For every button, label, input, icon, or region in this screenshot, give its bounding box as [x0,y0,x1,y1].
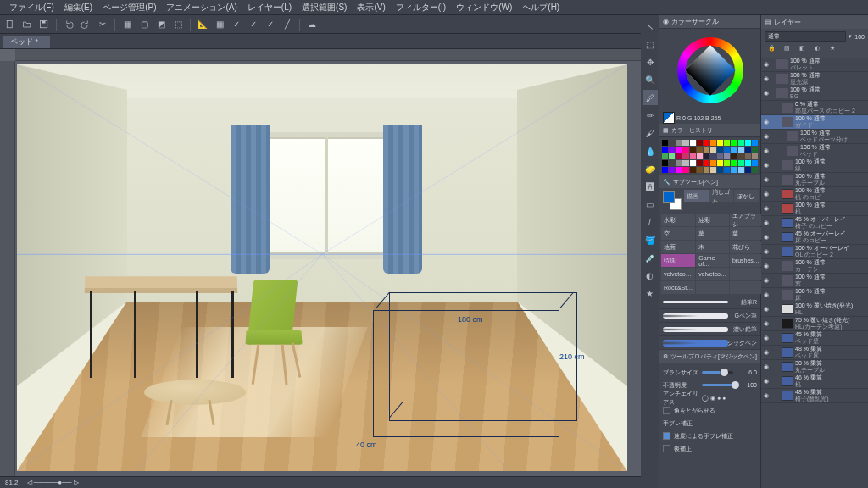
tool-icon[interactable]: ⬚ [643,36,658,52]
visibility-icon[interactable]: ◉ [761,306,771,313]
snap3-icon[interactable]: ✓ [264,18,277,31]
layer-row[interactable]: ◉100 % 通常屋光源 [761,72,868,86]
visibility-icon[interactable]: ◉ [761,75,771,82]
menu-item[interactable]: フィルター(I) [392,2,450,14]
brush-preset[interactable]: マジックペン [659,336,760,350]
layer-row[interactable]: ◉46 % 乗算机 [761,374,868,389]
layer-row[interactable]: ◉100 % 通常パレット [761,58,868,72]
visibility-icon[interactable]: ◉ [761,248,771,255]
menu-item[interactable]: 表示(V) [353,2,389,14]
layer-row[interactable]: ◉100 % 通常BG [761,86,868,101]
layer-row[interactable]: ◉100 % 通常線 [761,158,868,173]
color-circle[interactable] [659,29,760,112]
mask-icon[interactable]: ◐ [810,42,824,55]
tool-icon[interactable]: 🧽 [643,161,658,176]
grid-icon[interactable]: ▦ [213,18,226,31]
layer-row[interactable]: ◉45 % オーバーレイ床 のコピー [761,230,868,245]
open-icon[interactable] [20,18,34,31]
tool-preset[interactable]: 特殊 [661,254,695,267]
layer-row[interactable]: ◉100 % 通常机 [761,202,868,216]
invert-icon[interactable]: ◩ [154,18,168,31]
tool-icon[interactable]: ◐ [643,268,658,283]
visibility-icon[interactable]: ◉ [761,363,771,370]
subtool-tab[interactable]: 消しゴム [709,190,734,202]
tool-preset[interactable]: Rock&St… [661,281,695,294]
menu-item[interactable]: 選択範囲(S) [298,2,351,14]
snap-icon[interactable]: ✓ [230,18,243,31]
round-checkbox[interactable] [663,407,670,414]
tool-icon[interactable]: 🖌 [643,125,658,141]
bed-bounding-box[interactable] [373,310,559,437]
layer-row[interactable]: ◉100 % 通常ガイド [761,115,868,130]
layer-row[interactable]: ◉75 % 覆い焼き(発光)HL(カーテン考慮) [761,317,868,331]
visibility-icon[interactable]: ◉ [761,61,771,68]
brush-preset[interactable]: Gペン筆 [659,309,760,323]
subtool-tab[interactable]: 描画 [684,190,709,202]
visibility-icon[interactable]: ◉ [761,392,771,399]
tool-preset[interactable]: 空 [661,227,695,240]
visibility-icon[interactable]: ◉ [761,234,771,241]
visibility-icon[interactable]: ◉ [761,349,771,356]
crop-icon[interactable]: ⬚ [171,18,185,31]
visibility-icon[interactable]: ◉ [761,219,771,226]
opacity-slider[interactable] [702,384,733,386]
document-tab[interactable]: ベッド * [3,36,50,48]
visibility-icon[interactable]: ◉ [761,191,771,197]
tool-icon[interactable]: 🔍 [643,72,658,87]
layer-row[interactable]: ◉45 % 乗算ベッド壁 [761,331,868,346]
tool-icon[interactable]: 🖊 [643,90,658,105]
color-swatches[interactable] [659,137,760,175]
layer-row[interactable]: ◉100 % 通常床 [761,288,868,302]
tool-preset[interactable]: エアブラシ [730,214,762,226]
tool-icon[interactable]: / [643,214,658,230]
tool-preset[interactable]: 草 [696,227,729,240]
blend-mode-select[interactable]: 通常 [765,31,846,42]
layer-row[interactable]: 0 % 通常部屋パース のコピー 2 [761,101,868,115]
visibility-icon[interactable]: ◉ [761,147,771,154]
cut-icon[interactable]: ✂ [96,18,109,31]
menu-item[interactable]: ファイル(F) [5,2,58,14]
redo-icon[interactable] [79,18,92,31]
visibility-icon[interactable]: ◉ [761,90,771,97]
post-checkbox[interactable] [663,445,670,452]
speed-checkbox[interactable] [663,432,670,440]
tool-preset[interactable]: 花びら [730,241,762,253]
lock-icon[interactable]: 🔒 [765,42,778,55]
tool-icon[interactable]: 💉 [643,250,658,265]
visibility-icon[interactable]: ◉ [761,378,771,385]
layer-row[interactable]: ◉100 % 通常丸テーブル [761,173,868,187]
tool-preset[interactable] [730,268,762,280]
tool-icon[interactable]: ★ [643,286,658,301]
brush-preset[interactable]: 濃い鉛筆 [659,323,760,336]
menu-item[interactable]: ヘルプ(H) [518,2,564,14]
visibility-icon[interactable]: ◉ [761,162,771,169]
ruler-icon[interactable]: 📐 [196,18,209,31]
subtool-tab[interactable]: ぼかし [734,190,759,202]
cloud-icon[interactable]: ☁ [305,18,319,31]
color-swatch[interactable] [663,112,675,124]
deselect-icon[interactable]: ▢ [137,18,151,31]
tool-icon[interactable]: 🅰 [643,179,658,194]
menu-item[interactable]: 編集(E) [60,2,97,14]
menu-item[interactable]: ウィンドウ(W) [452,2,516,14]
line-icon[interactable]: ╱ [281,18,294,31]
visibility-icon[interactable]: ◉ [761,119,771,125]
layer-row[interactable]: ◉48 % 乗算椅子(散乱光) [761,389,868,403]
clip-icon[interactable]: ◧ [795,42,809,55]
tool-preset[interactable]: 木 [696,241,729,253]
layer-row[interactable]: ◉30 % 乗算丸テーブル [761,360,868,374]
layer-row[interactable]: ◉100 % 覆い焼き(発光)HL [761,302,868,317]
menu-item[interactable]: レイヤー(L) [243,2,296,14]
brush-preset[interactable]: 鉛筆R [659,296,760,309]
save-icon[interactable] [37,18,51,31]
layer-row[interactable]: ◉100 % 通常窓 [761,274,868,288]
tool-preset[interactable]: 地面 [661,241,695,253]
tool-preset[interactable]: Game of… [696,254,729,267]
visibility-icon[interactable]: ◉ [761,335,771,341]
new-icon[interactable] [3,18,17,31]
visibility-icon[interactable]: ◉ [761,320,771,327]
visibility-icon[interactable]: ◉ [761,291,771,298]
fg-bg-color[interactable] [663,191,682,210]
select-all-icon[interactable]: ▦ [120,18,134,31]
ref-icon[interactable]: ★ [826,42,839,55]
